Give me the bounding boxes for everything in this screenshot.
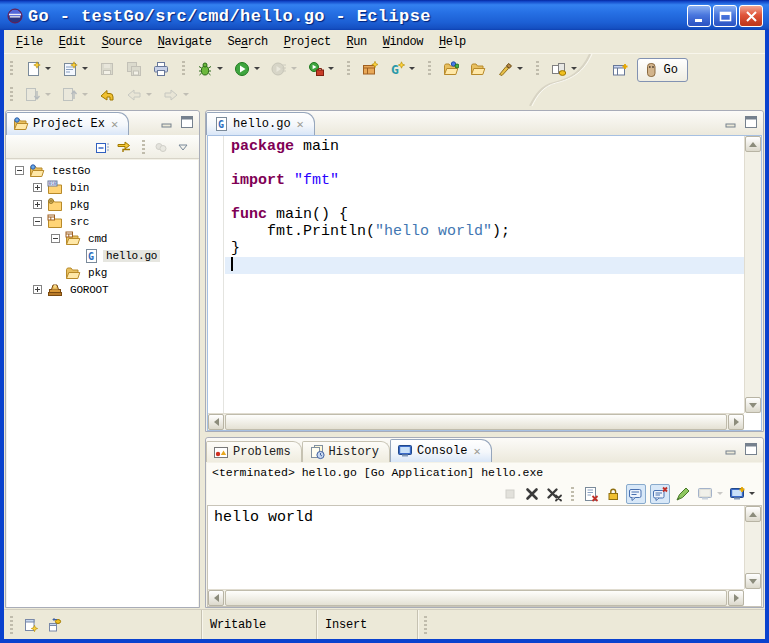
- pkg-folder-icon: [47, 197, 63, 213]
- close-button[interactable]: [739, 5, 763, 27]
- minimize-editor-button[interactable]: [724, 115, 738, 129]
- open-perspective-button[interactable]: [610, 59, 630, 81]
- annotation-ruler: [208, 136, 224, 413]
- show-stdout-button[interactable]: [650, 484, 670, 504]
- title-bar[interactable]: Go - testGo/src/cmd/hello.go - Eclipse: [0, 0, 769, 30]
- run-button[interactable]: [232, 58, 262, 80]
- next-annotation-icon: [25, 87, 41, 103]
- menu-project[interactable]: Project: [276, 33, 339, 51]
- collapse-all-button[interactable]: [92, 136, 112, 158]
- tree-item-pkg[interactable]: pkg: [7, 196, 198, 213]
- code-line[interactable]: package main: [225, 138, 744, 155]
- svg-text:010: 010: [49, 181, 57, 186]
- new-project-button[interactable]: [360, 58, 380, 80]
- go-perspective-button[interactable]: Go: [637, 58, 688, 82]
- next-annotation-button: [23, 84, 53, 106]
- close-view-icon[interactable]: ✕: [111, 117, 118, 132]
- open-folder-button[interactable]: [468, 58, 488, 80]
- tree-item-src[interactable]: src: [7, 213, 198, 230]
- external-tools-button[interactable]: [306, 58, 336, 80]
- menu-run[interactable]: Run: [339, 33, 375, 51]
- tree-item-pkg[interactable]: pkg: [7, 264, 198, 281]
- menu-edit[interactable]: Edit: [51, 33, 94, 51]
- sync-button[interactable]: [549, 58, 579, 80]
- maximize-editor-button[interactable]: [744, 115, 758, 129]
- cmd-folder-icon: [65, 231, 81, 247]
- menu-window[interactable]: Window: [375, 33, 431, 51]
- prev-annotation-button: [60, 84, 90, 106]
- go-file-icon: G: [213, 116, 229, 132]
- console-output[interactable]: hello world: [208, 506, 744, 589]
- menu-navigate[interactable]: Navigate: [150, 33, 220, 51]
- debug-button[interactable]: [195, 58, 225, 80]
- menu-file[interactable]: File: [8, 33, 51, 51]
- editor-horizontal-scrollbar[interactable]: [208, 413, 744, 430]
- minimize-view-button[interactable]: [160, 115, 174, 129]
- code-line[interactable]: [225, 257, 744, 274]
- last-edit-location-button[interactable]: [97, 84, 117, 106]
- new-go-file-button[interactable]: [60, 58, 90, 80]
- close-editor-icon[interactable]: ✕: [297, 117, 304, 132]
- code-line[interactable]: fmt.Println("hello world");: [225, 223, 744, 240]
- menu-source[interactable]: Source: [94, 33, 150, 51]
- menu-search[interactable]: Search: [219, 33, 275, 51]
- menu-help[interactable]: Help: [431, 33, 474, 51]
- tab-history[interactable]: History: [302, 441, 390, 462]
- tab-project-explorer[interactable]: Project Ex ✕: [6, 112, 129, 135]
- new-wizard-button[interactable]: [23, 58, 53, 80]
- link-with-editor-button[interactable]: [114, 136, 134, 158]
- tree-item-goroot[interactable]: GOROOT: [7, 281, 198, 298]
- tab-problems[interactable]: Problems: [206, 441, 302, 462]
- tree-item-cmd[interactable]: cmd: [7, 230, 198, 247]
- open-folder-icon: [470, 61, 486, 77]
- print-button[interactable]: [151, 58, 171, 80]
- tree-item-testgo[interactable]: testGo: [7, 162, 198, 179]
- remove-launch-icon: [524, 486, 540, 502]
- remove-all-launches-button[interactable]: [545, 484, 563, 504]
- maximize-button[interactable]: [713, 5, 737, 27]
- new-wizard-icon: [25, 61, 41, 77]
- open-console-button[interactable]: [728, 484, 756, 504]
- code-line[interactable]: [225, 155, 744, 172]
- code-line[interactable]: }: [225, 240, 744, 257]
- format-brush-button[interactable]: [495, 58, 525, 80]
- import-go-button[interactable]: [441, 58, 461, 80]
- pin-console-button[interactable]: [674, 484, 692, 504]
- writable-status: Writable: [203, 610, 316, 639]
- maximize-console-button[interactable]: [744, 442, 758, 456]
- window-title: Go - testGo/src/cmd/hello.go - Eclipse: [28, 7, 431, 26]
- project-explorer-icon: [13, 116, 29, 132]
- close-console-icon[interactable]: ✕: [473, 444, 480, 459]
- console-info: <terminated> hello.go [Go Application] h…: [207, 463, 762, 505]
- fast-view-bar: [4, 610, 201, 639]
- tab-label: Console: [417, 444, 467, 458]
- view-menu-button[interactable]: [173, 136, 193, 158]
- code-area[interactable]: package main import "fmt" func main() { …: [225, 136, 744, 413]
- svg-text:G: G: [218, 119, 224, 130]
- remove-launch-button[interactable]: [523, 484, 541, 504]
- new-go-element-button[interactable]: G: [387, 58, 417, 80]
- tree-item-hello-go[interactable]: Ghello.go: [7, 247, 198, 264]
- clear-console-button[interactable]: [582, 484, 600, 504]
- tab-console[interactable]: Console✕: [390, 439, 492, 462]
- code-line[interactable]: func main() {: [225, 206, 744, 223]
- open-console-icon: [729, 486, 745, 502]
- eclipse-window: Go - testGo/src/cmd/hello.go - Eclipse F…: [0, 0, 769, 643]
- external-tools-icon: [308, 61, 324, 77]
- terminate-button: [501, 484, 519, 504]
- insert-mode-status: Insert: [318, 610, 417, 639]
- minimize-button[interactable]: [687, 5, 711, 27]
- code-line[interactable]: [225, 189, 744, 206]
- code-line[interactable]: import "fmt": [225, 172, 744, 189]
- editor-vertical-scrollbar[interactable]: [744, 136, 761, 413]
- word-wrap-button[interactable]: [626, 484, 646, 504]
- console-horizontal-scrollbar[interactable]: [208, 589, 744, 606]
- console-vertical-scrollbar[interactable]: [744, 506, 761, 589]
- maximize-view-button[interactable]: [180, 115, 194, 129]
- fast-view-icon[interactable]: [22, 617, 38, 633]
- show-view-icon[interactable]: [47, 617, 63, 633]
- tab-editor-hello-go[interactable]: G hello.go ✕: [206, 112, 315, 135]
- minimize-console-button[interactable]: [724, 442, 738, 456]
- tree-item-bin[interactable]: 010bin: [7, 179, 198, 196]
- scroll-lock-button[interactable]: [604, 484, 622, 504]
